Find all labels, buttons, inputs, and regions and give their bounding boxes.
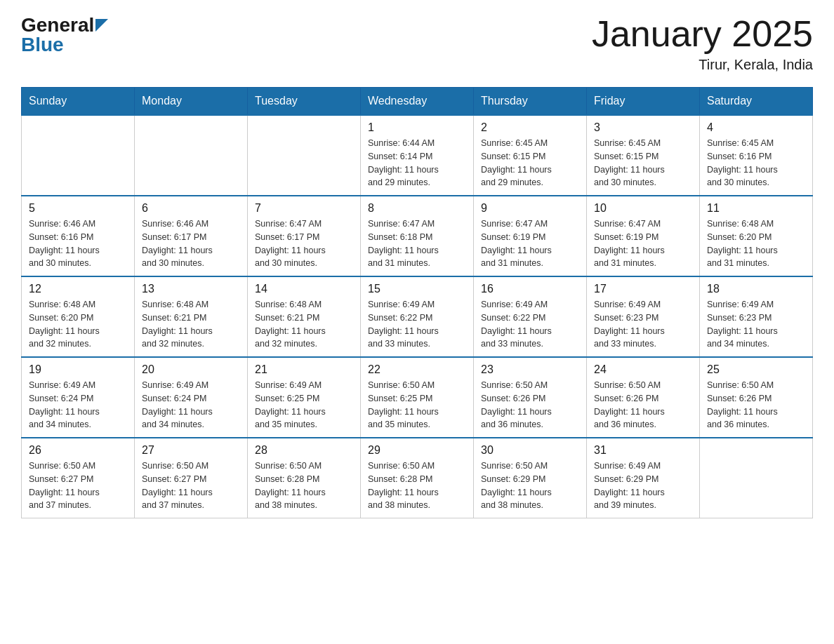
day-info: Sunrise: 6:46 AM Sunset: 6:16 PM Dayligh… — [29, 217, 127, 270]
day-number: 15 — [368, 283, 466, 295]
day-number: 28 — [255, 444, 353, 457]
calendar-cell: 5Sunrise: 6:46 AM Sunset: 6:16 PM Daylig… — [22, 196, 135, 276]
calendar-cell — [700, 438, 813, 518]
day-info: Sunrise: 6:47 AM Sunset: 6:19 PM Dayligh… — [481, 217, 579, 270]
day-header-tuesday: Tuesday — [248, 88, 361, 116]
logo-blue: Blue — [21, 34, 64, 56]
day-number: 23 — [481, 363, 579, 376]
day-info: Sunrise: 6:46 AM Sunset: 6:17 PM Dayligh… — [142, 217, 240, 270]
days-header-row: SundayMondayTuesdayWednesdayThursdayFrid… — [22, 88, 813, 116]
calendar-title: January 2025 — [592, 14, 813, 54]
day-number: 26 — [29, 444, 127, 457]
day-header-monday: Monday — [135, 88, 248, 116]
week-row-2: 5Sunrise: 6:46 AM Sunset: 6:16 PM Daylig… — [22, 196, 813, 276]
calendar-cell: 10Sunrise: 6:47 AM Sunset: 6:19 PM Dayli… — [587, 196, 700, 276]
day-number: 7 — [255, 202, 353, 215]
day-info: Sunrise: 6:47 AM Sunset: 6:19 PM Dayligh… — [594, 217, 692, 270]
calendar-cell — [248, 115, 361, 196]
calendar-cell: 20Sunrise: 6:49 AM Sunset: 6:24 PM Dayli… — [135, 357, 248, 438]
calendar-cell: 12Sunrise: 6:48 AM Sunset: 6:20 PM Dayli… — [22, 276, 135, 357]
calendar-cell: 8Sunrise: 6:47 AM Sunset: 6:18 PM Daylig… — [361, 196, 474, 276]
day-info: Sunrise: 6:45 AM Sunset: 6:15 PM Dayligh… — [594, 137, 692, 189]
calendar-cell: 2Sunrise: 6:45 AM Sunset: 6:15 PM Daylig… — [474, 115, 587, 196]
day-info: Sunrise: 6:50 AM Sunset: 6:26 PM Dayligh… — [481, 379, 579, 431]
day-info: Sunrise: 6:49 AM Sunset: 6:23 PM Dayligh… — [707, 298, 805, 351]
day-info: Sunrise: 6:49 AM Sunset: 6:29 PM Dayligh… — [594, 459, 692, 512]
day-info: Sunrise: 6:49 AM Sunset: 6:24 PM Dayligh… — [29, 379, 127, 431]
calendar-cell: 26Sunrise: 6:50 AM Sunset: 6:27 PM Dayli… — [22, 438, 135, 518]
calendar-cell: 22Sunrise: 6:50 AM Sunset: 6:25 PM Dayli… — [361, 357, 474, 438]
week-row-3: 12Sunrise: 6:48 AM Sunset: 6:20 PM Dayli… — [22, 276, 813, 357]
day-number: 18 — [707, 283, 805, 295]
calendar-cell: 23Sunrise: 6:50 AM Sunset: 6:26 PM Dayli… — [474, 357, 587, 438]
calendar-cell: 17Sunrise: 6:49 AM Sunset: 6:23 PM Dayli… — [587, 276, 700, 357]
day-number: 3 — [594, 121, 692, 134]
day-number: 1 — [368, 121, 466, 134]
calendar-cell: 13Sunrise: 6:48 AM Sunset: 6:21 PM Dayli… — [135, 276, 248, 357]
day-header-wednesday: Wednesday — [361, 88, 474, 116]
day-info: Sunrise: 6:50 AM Sunset: 6:27 PM Dayligh… — [142, 459, 240, 512]
day-number: 11 — [707, 202, 805, 215]
day-info: Sunrise: 6:49 AM Sunset: 6:24 PM Dayligh… — [142, 379, 240, 431]
page-header: General Blue January 2025 Tirur, Kerala,… — [21, 14, 813, 73]
day-info: Sunrise: 6:47 AM Sunset: 6:17 PM Dayligh… — [255, 217, 353, 270]
day-info: Sunrise: 6:50 AM Sunset: 6:26 PM Dayligh… — [594, 379, 692, 431]
day-info: Sunrise: 6:50 AM Sunset: 6:29 PM Dayligh… — [481, 459, 579, 512]
day-header-sunday: Sunday — [22, 88, 135, 116]
calendar-cell: 27Sunrise: 6:50 AM Sunset: 6:27 PM Dayli… — [135, 438, 248, 518]
day-number: 8 — [368, 202, 466, 215]
day-info: Sunrise: 6:48 AM Sunset: 6:20 PM Dayligh… — [707, 217, 805, 270]
day-number: 25 — [707, 363, 805, 376]
day-number: 21 — [255, 363, 353, 376]
day-info: Sunrise: 6:50 AM Sunset: 6:26 PM Dayligh… — [707, 379, 805, 431]
week-row-1: 1Sunrise: 6:44 AM Sunset: 6:14 PM Daylig… — [22, 115, 813, 196]
day-number: 14 — [255, 283, 353, 295]
calendar-cell — [22, 115, 135, 196]
day-info: Sunrise: 6:47 AM Sunset: 6:18 PM Dayligh… — [368, 217, 466, 270]
day-number: 9 — [481, 202, 579, 215]
day-number: 10 — [594, 202, 692, 215]
calendar-subtitle: Tirur, Kerala, India — [592, 57, 813, 73]
day-info: Sunrise: 6:49 AM Sunset: 6:23 PM Dayligh… — [594, 298, 692, 351]
calendar-cell: 16Sunrise: 6:49 AM Sunset: 6:22 PM Dayli… — [474, 276, 587, 357]
day-number: 2 — [481, 121, 579, 134]
calendar-cell: 7Sunrise: 6:47 AM Sunset: 6:17 PM Daylig… — [248, 196, 361, 276]
calendar-cell: 1Sunrise: 6:44 AM Sunset: 6:14 PM Daylig… — [361, 115, 474, 196]
day-info: Sunrise: 6:49 AM Sunset: 6:22 PM Dayligh… — [368, 298, 466, 351]
day-header-thursday: Thursday — [474, 88, 587, 116]
week-row-4: 19Sunrise: 6:49 AM Sunset: 6:24 PM Dayli… — [22, 357, 813, 438]
logo: General Blue — [21, 14, 108, 56]
calendar-cell: 31Sunrise: 6:49 AM Sunset: 6:29 PM Dayli… — [587, 438, 700, 518]
day-info: Sunrise: 6:48 AM Sunset: 6:21 PM Dayligh… — [142, 298, 240, 351]
svg-marker-0 — [95, 19, 108, 32]
day-info: Sunrise: 6:50 AM Sunset: 6:27 PM Dayligh… — [29, 459, 127, 512]
day-info: Sunrise: 6:50 AM Sunset: 6:28 PM Dayligh… — [368, 459, 466, 512]
day-number: 30 — [481, 444, 579, 457]
day-number: 12 — [29, 283, 127, 295]
calendar-cell: 28Sunrise: 6:50 AM Sunset: 6:28 PM Dayli… — [248, 438, 361, 518]
calendar-cell — [135, 115, 248, 196]
day-info: Sunrise: 6:45 AM Sunset: 6:15 PM Dayligh… — [481, 137, 579, 189]
calendar-cell: 21Sunrise: 6:49 AM Sunset: 6:25 PM Dayli… — [248, 357, 361, 438]
calendar-cell: 18Sunrise: 6:49 AM Sunset: 6:23 PM Dayli… — [700, 276, 813, 357]
day-number: 16 — [481, 283, 579, 295]
calendar-cell: 14Sunrise: 6:48 AM Sunset: 6:21 PM Dayli… — [248, 276, 361, 357]
day-info: Sunrise: 6:49 AM Sunset: 6:22 PM Dayligh… — [481, 298, 579, 351]
day-number: 27 — [142, 444, 240, 457]
calendar-cell: 3Sunrise: 6:45 AM Sunset: 6:15 PM Daylig… — [587, 115, 700, 196]
calendar-cell: 24Sunrise: 6:50 AM Sunset: 6:26 PM Dayli… — [587, 357, 700, 438]
day-info: Sunrise: 6:50 AM Sunset: 6:28 PM Dayligh… — [255, 459, 353, 512]
calendar-cell: 15Sunrise: 6:49 AM Sunset: 6:22 PM Dayli… — [361, 276, 474, 357]
day-header-friday: Friday — [587, 88, 700, 116]
day-info: Sunrise: 6:44 AM Sunset: 6:14 PM Dayligh… — [368, 137, 466, 189]
day-number: 4 — [707, 121, 805, 134]
day-number: 13 — [142, 283, 240, 295]
day-info: Sunrise: 6:50 AM Sunset: 6:25 PM Dayligh… — [368, 379, 466, 431]
day-number: 24 — [594, 363, 692, 376]
day-number: 31 — [594, 444, 692, 457]
logo-icon — [95, 19, 108, 32]
week-row-5: 26Sunrise: 6:50 AM Sunset: 6:27 PM Dayli… — [22, 438, 813, 518]
calendar-cell: 9Sunrise: 6:47 AM Sunset: 6:19 PM Daylig… — [474, 196, 587, 276]
title-block: January 2025 Tirur, Kerala, India — [592, 14, 813, 73]
day-number: 5 — [29, 202, 127, 215]
